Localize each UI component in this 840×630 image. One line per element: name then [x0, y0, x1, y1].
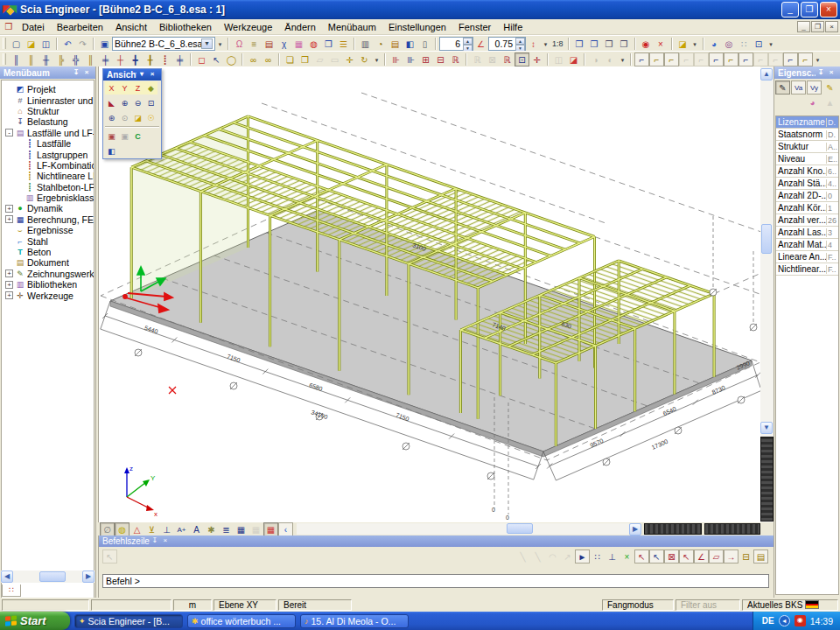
shading-on-icon[interactable]: ◍: [115, 522, 130, 536]
rigid-arm-icon[interactable]: ℝ: [448, 52, 463, 66]
taskbar-task-office[interactable]: ✱ office wörterbuch ...: [187, 614, 296, 628]
measure-icon[interactable]: ⊟: [738, 550, 753, 564]
save-gray-icon[interactable]: ◫: [551, 52, 566, 66]
select-region-icon[interactable]: ◻: [194, 52, 209, 66]
info-caret[interactable]: ▾: [766, 37, 776, 51]
window-paste-icon[interactable]: ❐: [617, 37, 632, 51]
dot-grid-red-icon[interactable]: ▦: [263, 522, 278, 536]
tree-item-ergebnisse[interactable]: ⌣ Ergebnisse: [5, 225, 94, 235]
tree-expander[interactable]: [15, 183, 23, 191]
hscroll-thumb[interactable]: [507, 523, 533, 534]
tree-expander[interactable]: [5, 118, 13, 126]
language-indicator[interactable]: DE: [762, 616, 774, 626]
tree-item-stahl[interactable]: ⌐ Stahl: [5, 235, 94, 246]
moment-icon[interactable]: ⊟: [433, 52, 448, 66]
hide-icons-icon[interactable]: ◂: [779, 615, 790, 626]
move-icon[interactable]: ✛: [342, 52, 357, 66]
modify-caret[interactable]: ▾: [372, 52, 382, 66]
restore-button[interactable]: ❐: [801, 2, 818, 18]
tree-item-lastfaelle[interactable]: ┋ Lastfälle: [15, 138, 94, 149]
tree-item-stahlbeton-lfk[interactable]: ┋ Stahlbeton-LFK: [15, 182, 94, 192]
frame-view-icon-3[interactable]: ⌐: [664, 52, 679, 66]
toolbar-grip[interactable]: [3, 38, 6, 49]
tree-expander[interactable]: [15, 140, 23, 148]
pin-icon[interactable]: ↧: [71, 68, 81, 78]
undo-icon[interactable]: ↶: [60, 37, 75, 51]
prop-row-anzahl-material[interactable]: Anzahl Mat... 4: [776, 239, 838, 251]
scale-ratio-label[interactable]: 1:8: [550, 39, 565, 48]
tree-item-nichtlineare-lf[interactable]: ┋ Nichtlineare LF: [15, 171, 94, 181]
window-clone-icon[interactable]: ❐: [572, 37, 587, 51]
view-x-icon[interactable]: X: [105, 81, 118, 94]
camera-gray-icon[interactable]: ▣: [118, 130, 131, 143]
window-view-icon[interactable]: ❒: [321, 37, 336, 51]
tree-item-lastfaelle-lfk[interactable]: - ▤ Lastfälle und LF-K: [5, 128, 94, 138]
prop-row-anzahl-lastfaelle[interactable]: Anzahl Las... 3: [776, 227, 838, 239]
frame-view-icon-5[interactable]: ⌐: [694, 52, 709, 66]
tree-item-belastung[interactable]: ↧ Belastung: [5, 116, 94, 127]
window-copy-icon[interactable]: ❐: [602, 37, 617, 51]
select-cursor-icon[interactable]: ↖: [209, 52, 224, 66]
prop-row-anzahl-staebe[interactable]: Anzahl Stä... 4..: [776, 178, 838, 190]
insert-member-icon[interactable]: ║: [9, 52, 24, 66]
tree-item-ergebnisklasse[interactable]: ▥ Ergebnisklasse: [15, 192, 94, 203]
zoom-selection-icon[interactable]: ⊙: [118, 111, 131, 124]
rigid-gray-icon[interactable]: ℝ: [470, 52, 485, 66]
tree-expander[interactable]: -: [5, 129, 13, 136]
cursor-flag-icon[interactable]: ►: [575, 550, 590, 564]
start-button[interactable]: Start: [0, 612, 70, 630]
view-y-icon[interactable]: Y: [118, 81, 131, 94]
snap-endpoint-icon[interactable]: ↖: [634, 550, 649, 564]
copy-member-icon[interactable]: ╫: [38, 52, 53, 66]
perspective-cube-icon[interactable]: ◧: [105, 144, 118, 158]
frame-view-icon-10[interactable]: ⌐: [768, 52, 783, 66]
view-saved-icon[interactable]: ◪: [131, 111, 144, 124]
tree-expander[interactable]: +: [5, 205, 13, 213]
ansicht-title-bar[interactable]: Ansicht ▾ ×: [103, 69, 161, 80]
palette-close-icon[interactable]: ×: [147, 70, 158, 80]
print-preview-icon[interactable]: ◔: [373, 37, 388, 51]
library-book-icon[interactable]: ▤: [262, 37, 276, 51]
window-export-icon[interactable]: ❐: [587, 37, 602, 51]
draw-polyline-icon[interactable]: ╲: [530, 550, 545, 564]
rotate-icon[interactable]: ↻: [357, 52, 372, 66]
tree-expander[interactable]: [15, 172, 23, 180]
new-document-icon[interactable]: ▢: [9, 37, 24, 51]
renumber-icon[interactable]: ╬: [68, 52, 83, 66]
clock[interactable]: 14:39: [810, 616, 833, 626]
mdi-minimize-button[interactable]: _: [797, 21, 810, 32]
zoom-in-icon[interactable]: ⊕: [118, 96, 131, 109]
menu-menuebaum[interactable]: Menübaum: [322, 21, 382, 33]
support-display-icon[interactable]: ⊥: [159, 522, 174, 536]
status-plane[interactable]: Ebene XY: [214, 599, 276, 611]
tree-expander[interactable]: [5, 237, 13, 245]
folder-red-icon[interactable]: ◪: [566, 52, 581, 66]
tree-expander[interactable]: [5, 107, 13, 115]
tree-expander[interactable]: [15, 150, 23, 158]
tree-item-dokument[interactable]: ▤ Dokument: [5, 257, 94, 268]
unlink-nodes-icon[interactable]: ∞: [261, 52, 276, 66]
symbols-scale-icon[interactable]: ↕: [526, 37, 541, 51]
layers-icon[interactable]: ≡: [247, 37, 262, 51]
zoom-all-icon[interactable]: ⊛: [105, 111, 118, 124]
report-icon[interactable]: ▯: [417, 37, 432, 51]
tree-item-linienraster[interactable]: # Linienraster und G: [5, 94, 94, 105]
print-icon[interactable]: ▥: [358, 37, 373, 51]
document-book-icon[interactable]: ▤: [388, 37, 402, 51]
scale-spinner[interactable]: 6 ▲▼: [439, 37, 473, 51]
tree-expander[interactable]: [5, 248, 13, 256]
mdi-close-button[interactable]: ×: [825, 21, 838, 32]
frame-view-icon-12[interactable]: ⌐: [798, 52, 813, 66]
hinge-icon[interactable]: ⊪: [388, 52, 403, 66]
frame-view-icon-2[interactable]: ⌐: [649, 52, 664, 66]
taskbar-task-winamp[interactable]: ♪ 15. Al Di Meola - O...: [300, 614, 409, 628]
scroll-right-icon[interactable]: ▶: [82, 570, 94, 583]
snap-node-icon[interactable]: ↖: [679, 550, 694, 564]
light-icon[interactable]: ☉: [144, 111, 158, 124]
menubaum-hscrollbar[interactable]: ◀ ▶: [1, 570, 94, 583]
tree-expander[interactable]: [5, 96, 13, 104]
tree-item-zeichnungswerkzeuge[interactable]: + ✎ Zeichnungswerkze: [5, 269, 94, 279]
variables-icon[interactable]: χ: [276, 37, 291, 51]
mdi-document-icon[interactable]: ❒: [2, 21, 16, 33]
frame-view-icon-8[interactable]: ⌐: [738, 52, 753, 66]
